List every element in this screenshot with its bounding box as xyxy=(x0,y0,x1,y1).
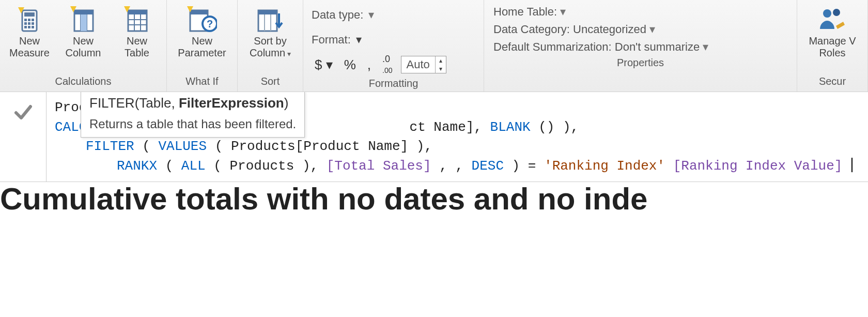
roles-icon xyxy=(817,4,848,35)
format-label: Format: xyxy=(312,33,351,47)
group-calculations: New Measure New Column xyxy=(0,0,167,92)
parameter-icon: ? xyxy=(187,4,217,35)
new-column-button[interactable]: New Column xyxy=(58,2,109,61)
currency-button[interactable]: $ ▾ xyxy=(312,57,336,73)
formula-text: VALUES xyxy=(158,139,207,154)
svg-point-34 xyxy=(823,9,831,18)
formula-text: 'Ranking Index' xyxy=(544,158,665,174)
group-security: Manage V Roles Secur xyxy=(797,0,868,92)
svg-rect-16 xyxy=(74,10,93,14)
svg-rect-2 xyxy=(24,19,27,21)
percent-button[interactable]: % xyxy=(341,57,359,73)
svg-text:?: ? xyxy=(207,18,213,29)
formula-text: [Ranking Index Value] xyxy=(673,158,843,174)
formula-text: ALL xyxy=(181,158,206,174)
group-whatif-label: What If xyxy=(171,72,233,92)
data-category-label: Data Category: Uncategorized xyxy=(493,23,646,36)
sort-by-column-label: Sort by Column xyxy=(250,35,291,59)
manage-roles-button[interactable]: Manage V Roles xyxy=(801,2,863,61)
svg-rect-9 xyxy=(28,26,30,28)
svg-rect-3 xyxy=(28,19,30,21)
formula-text: ( Products[Product Name] ), xyxy=(215,139,432,154)
group-sort: Sort by Column Sort xyxy=(238,0,303,92)
manage-roles-label: Manage V Roles xyxy=(809,35,856,59)
formula-text: ) = xyxy=(512,158,544,174)
new-table-label: New Table xyxy=(125,35,149,59)
formula-text: [Total Sales] xyxy=(327,158,431,174)
formula-text: DESC xyxy=(472,158,504,174)
group-formatting: Data type: ▾ Format: ▾ $ ▾ % , .0.00 Aut… xyxy=(303,0,484,92)
svg-rect-26 xyxy=(190,10,208,14)
table-column-icon xyxy=(70,4,96,35)
calculator-icon xyxy=(17,4,42,35)
formula-text: () ), xyxy=(538,119,579,135)
formula-bar: Prod CALC ULATE( IF( HASONEVALUE( Produc… xyxy=(0,92,868,182)
group-properties: Home Table: ▾ Data Category: Uncategoriz… xyxy=(484,0,797,92)
checkmark-icon xyxy=(13,101,34,122)
home-table-dropdown[interactable]: ▾ xyxy=(560,5,566,18)
report-title: Cumulative totals with no dates and no i… xyxy=(0,181,868,217)
new-measure-label: New Measure xyxy=(9,35,50,59)
decimals-button[interactable]: .0.00 xyxy=(379,54,395,76)
group-security-label: Secur xyxy=(801,72,863,92)
default-summarization-dropdown[interactable]: ▾ xyxy=(703,40,708,53)
svg-rect-7 xyxy=(32,22,34,25)
data-type-label: Data type: xyxy=(312,8,363,22)
svg-rect-4 xyxy=(32,19,34,21)
new-parameter-button[interactable]: ? New Parameter xyxy=(171,2,233,61)
group-formatting-label: Formatting xyxy=(307,74,479,94)
formula-editor[interactable]: Prod CALC ULATE( IF( HASONEVALUE( Produc… xyxy=(47,92,868,182)
group-calculations-label: Calculations xyxy=(4,72,162,92)
svg-rect-6 xyxy=(28,22,30,25)
decimal-spinner[interactable]: ▴▾ xyxy=(435,56,446,73)
decimal-places-input[interactable]: Auto ▴▾ xyxy=(401,56,446,73)
new-measure-button[interactable]: New Measure xyxy=(4,2,55,61)
new-column-label: New Column xyxy=(66,35,101,59)
new-parameter-label: New Parameter xyxy=(178,35,226,59)
group-properties-label: Properties xyxy=(488,54,793,73)
sort-icon xyxy=(256,4,284,35)
formula-text: ct Name], xyxy=(410,119,490,135)
new-table-button[interactable]: New Table xyxy=(112,2,162,61)
text-caret xyxy=(851,158,853,172)
default-summarization-label: Default Summarization: Don't summarize xyxy=(493,40,700,53)
intellisense-tooltip: FILTER(Table, FilterExpression) Returns … xyxy=(81,92,305,138)
comma-button[interactable]: , xyxy=(364,57,374,73)
group-whatif: ? New Parameter What If xyxy=(167,0,238,92)
home-table-label: Home Table: xyxy=(493,5,557,18)
group-sort-label: Sort xyxy=(242,72,299,92)
formula-text: FILTER xyxy=(86,139,134,154)
formula-text: BLANK xyxy=(490,119,531,135)
sort-by-column-button[interactable]: Sort by Column xyxy=(242,2,299,61)
table-icon xyxy=(124,4,150,35)
svg-rect-5 xyxy=(24,22,27,25)
svg-rect-31 xyxy=(258,10,277,14)
formula-commit-button[interactable] xyxy=(0,92,47,182)
svg-point-35 xyxy=(833,9,840,16)
formula-text: ( Products ), xyxy=(213,158,326,174)
svg-rect-8 xyxy=(24,26,27,28)
svg-rect-10 xyxy=(32,26,34,28)
ribbon: New Measure New Column xyxy=(0,0,868,92)
svg-rect-1 xyxy=(24,12,35,17)
data-category-dropdown[interactable]: ▾ xyxy=(649,23,655,36)
format-dropdown[interactable]: ▾ xyxy=(356,33,362,47)
data-type-dropdown[interactable]: ▾ xyxy=(368,8,374,22)
tooltip-description: Returns a table that has been filtered. xyxy=(89,115,296,133)
formula-text: , , xyxy=(439,158,471,174)
svg-rect-19 xyxy=(128,10,147,14)
tooltip-signature: FILTER(Table, FilterExpression) xyxy=(89,94,296,113)
formula-text: RANKX xyxy=(117,158,157,174)
decimal-places-value: Auto xyxy=(401,58,435,71)
